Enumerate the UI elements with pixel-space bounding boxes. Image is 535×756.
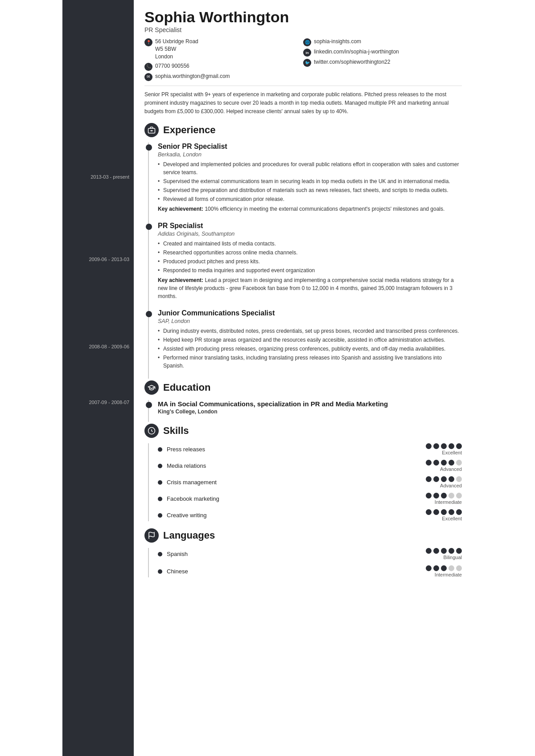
entry-company-1: Adidas Originals, Southampton xyxy=(158,231,462,237)
experience-header: Experience xyxy=(144,123,462,137)
skill-dot-1-2 xyxy=(441,460,447,466)
skill-name-4: Creative writing xyxy=(167,512,207,519)
date-pr-specialist: 2009-06 - 2013-03 xyxy=(67,256,129,263)
lang-left-1: Chinese xyxy=(158,568,188,575)
phone-text: 07700 900556 xyxy=(155,62,189,70)
lang-name-1: Chinese xyxy=(167,568,188,575)
bullet-0-2: Supervised the preparation and distribut… xyxy=(158,186,462,194)
skill-dot-3-0 xyxy=(426,493,432,499)
lang-left-0: Spanish xyxy=(158,551,188,557)
entry-title-0: Senior PR Specialist xyxy=(158,143,462,151)
lang-dot-1-1 xyxy=(433,565,439,571)
languages-title: Languages xyxy=(163,530,215,541)
skill-level-4: Excellent xyxy=(442,516,462,521)
bullet-1-2: Produced product pitches and press kits. xyxy=(158,257,462,266)
skill-row-0: Press releases Excellent xyxy=(158,443,462,455)
twitter-text: twitter.com/sophieworthington22 xyxy=(314,58,390,66)
twitter-item: 🐦 twitter.com/sophieworthington22 xyxy=(303,58,462,67)
lang-row-1: Chinese Intermediate xyxy=(158,565,462,577)
lang-dots-0 xyxy=(426,548,462,554)
website-icon: 🌐 xyxy=(303,38,311,46)
skill-dot-0-3 xyxy=(449,443,454,449)
lang-bullet-1 xyxy=(158,569,162,574)
bullet-0-0: Developed and implemented policies and p… xyxy=(158,160,462,176)
skill-dot-4-1 xyxy=(433,509,439,515)
skill-level-1: Advanced xyxy=(440,466,462,472)
experience-title: Experience xyxy=(163,124,215,136)
skill-dot-4-2 xyxy=(441,509,447,515)
bullet-0-3: Reviewed all forms of communication prio… xyxy=(158,195,462,203)
bullet-2-1: Helped keep PR storage areas organized a… xyxy=(158,336,462,344)
skill-dots-2 xyxy=(426,476,462,482)
experience-entry-0: Senior PR Specialist Berkadia, London De… xyxy=(158,143,462,213)
skill-right-3: Intermediate xyxy=(426,493,462,505)
skills-header: Skills xyxy=(144,424,462,438)
education-title: Education xyxy=(163,382,210,393)
lang-name-0: Spanish xyxy=(167,551,188,557)
skill-dot-2-0 xyxy=(426,476,432,482)
skill-row-2: Crisis management Advanced xyxy=(158,476,462,488)
education-icon xyxy=(144,380,159,395)
skill-dot-0-2 xyxy=(441,443,447,449)
skill-dot-1-4 xyxy=(456,460,462,466)
skill-left-1: Media relations xyxy=(158,462,206,469)
lang-level-1: Intermediate xyxy=(435,572,462,577)
experience-entry-1: PR Specialist Adidas Originals, Southamp… xyxy=(158,222,462,300)
entry-company-2: SAP, London xyxy=(158,318,462,324)
skill-left-2: Crisis management xyxy=(158,479,217,486)
linkedin-item: in linkedin.com/in/sophia-j-worthington xyxy=(303,48,462,57)
linkedin-icon: in xyxy=(303,49,311,57)
skill-right-1: Advanced xyxy=(426,460,462,472)
skill-right-2: Advanced xyxy=(426,476,462,488)
experience-entry-2: Junior Communications Specialist SAP, Lo… xyxy=(158,309,462,370)
skill-bullet-3 xyxy=(158,497,162,501)
skill-dot-3-1 xyxy=(433,493,439,499)
phone-icon: 📞 xyxy=(144,63,152,71)
skill-dot-0-0 xyxy=(426,443,432,449)
email-item: ✉ sophia.worthington@gmail.com xyxy=(144,73,303,81)
entry-company-0: Berkadia, London xyxy=(158,151,462,158)
header-section: Sophia Worthington PR Specialist xyxy=(144,9,462,33)
skill-dot-2-4 xyxy=(456,476,462,482)
skill-dot-0-1 xyxy=(433,443,439,449)
summary-section: Senior PR specialist with 9+ years of ex… xyxy=(144,86,462,116)
location-icon: 📍 xyxy=(144,38,152,46)
education-timeline: MA in Social Communications, specializat… xyxy=(144,400,462,422)
entry-title-2: Junior Communications Specialist xyxy=(158,309,462,317)
skills-title: Skills xyxy=(163,425,189,437)
email-icon: ✉ xyxy=(144,73,152,81)
timeline-dot-1 xyxy=(146,224,152,230)
languages-icon xyxy=(144,528,159,543)
entry-bullets-2: During industry events, distributed note… xyxy=(158,327,462,370)
entry-achievement-0: Key achievement: 100% efficiency in meet… xyxy=(158,205,462,213)
contact-col-left: 📍 56 Uxbridge Road W5 5BW London 📞 07700… xyxy=(144,38,303,81)
address-item: 📍 56 Uxbridge Road W5 5BW London xyxy=(144,38,303,60)
lang-dot-0-0 xyxy=(426,548,432,554)
entry-achievement-1: Key achievement: Lead a project team in … xyxy=(158,276,462,300)
bullet-1-0: Created and maintained lists of media co… xyxy=(158,240,462,248)
education-entries: MA in Social Communications, specializat… xyxy=(148,400,462,422)
skill-left-3: Facebook marketing xyxy=(158,495,219,502)
experience-icon xyxy=(144,123,159,137)
lang-dot-1-3 xyxy=(449,565,454,571)
skill-level-0: Excellent xyxy=(442,450,462,455)
phone-item: 📞 07700 900556 xyxy=(144,62,303,71)
linkedin-text: linkedin.com/in/sophia-j-worthington xyxy=(314,48,399,56)
lang-dot-1-4 xyxy=(456,565,462,571)
skill-level-3: Intermediate xyxy=(435,499,462,505)
languages-header: Languages xyxy=(144,528,462,543)
job-title: PR Specialist xyxy=(144,26,462,33)
lang-dot-0-3 xyxy=(449,548,454,554)
timeline-dot-2 xyxy=(146,311,152,317)
edu-dot-0 xyxy=(146,402,152,408)
lang-dot-1-2 xyxy=(441,565,447,571)
lang-level-0: Bilingual xyxy=(443,555,462,560)
skill-dot-1-3 xyxy=(449,460,454,466)
email-text: sophia.worthington@gmail.com xyxy=(155,73,230,80)
skills-icon xyxy=(144,424,159,438)
skill-row-4: Creative writing Excellent xyxy=(158,509,462,521)
bullet-2-2: Assisted with producing press releases, … xyxy=(158,345,462,353)
entry-bullets-0: Developed and implemented policies and p… xyxy=(158,160,462,203)
skill-left-4: Creative writing xyxy=(158,512,207,519)
lang-dot-0-2 xyxy=(441,548,447,554)
